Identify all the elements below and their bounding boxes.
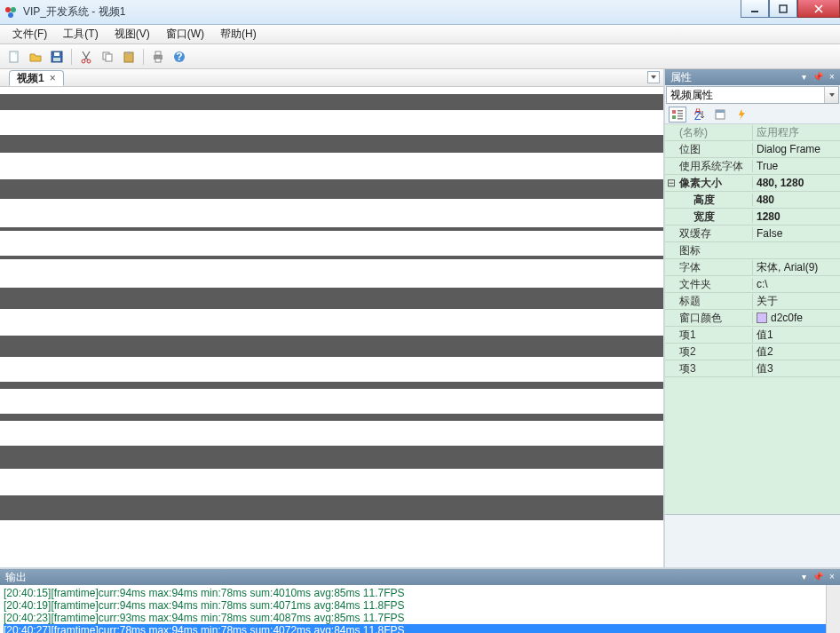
svg-rect-12: [106, 54, 112, 61]
svg-rect-3: [751, 11, 758, 12]
open-button[interactable]: [27, 48, 44, 66]
tab-label: 视频1: [17, 71, 44, 86]
app-icon: [4, 5, 18, 20]
prop-row-name: (名称)应用程序: [665, 124, 840, 141]
window-title: VIP_开发系统 - 视频1: [23, 4, 125, 20]
combo-value: 视频属性: [670, 88, 713, 103]
menu-help[interactable]: 帮助(H): [213, 25, 264, 44]
separator: [143, 49, 144, 65]
svg-point-1: [11, 7, 16, 12]
property-grid[interactable]: (名称)应用程序 位图Dialog Frame 使用系统字体True ⊟像素大小…: [665, 124, 840, 377]
output-line: [20:40:23][framtime]curr:93ms max:94ms m…: [4, 612, 836, 624]
close-button[interactable]: [797, 0, 840, 18]
title-bar: VIP_开发系统 - 视频1: [0, 0, 840, 25]
prop-row-font: 字体宋体, Arial(9): [665, 259, 840, 276]
prop-row-sysfont: 使用系统字体True: [665, 158, 840, 175]
output-title: 输出: [5, 570, 27, 585]
tab-list-dropdown[interactable]: [647, 71, 660, 83]
svg-point-2: [8, 12, 13, 18]
output-title-bar[interactable]: 输出 ▾ 📌 ×: [0, 569, 840, 585]
menu-window[interactable]: 窗口(W): [159, 25, 211, 44]
prop-row-item2: 项2值2: [665, 344, 840, 360]
document-pane: 视频1 ×: [0, 69, 665, 567]
separator: [71, 49, 72, 65]
pane-close-icon[interactable]: ×: [826, 70, 838, 83]
maximize-button[interactable]: [769, 0, 797, 18]
minimize-button[interactable]: [741, 0, 769, 18]
toolbar: ?: [0, 44, 840, 69]
svg-rect-21: [672, 115, 676, 119]
svg-text:Z: Z: [694, 110, 701, 121]
property-pages-button[interactable]: [711, 107, 729, 123]
copy-button[interactable]: [99, 48, 116, 66]
prop-row-height: 高度480: [665, 192, 840, 209]
new-button[interactable]: [5, 48, 23, 66]
svg-rect-4: [780, 5, 787, 12]
svg-rect-23: [678, 113, 683, 115]
output-line-selected: [20:40:27][framtime]curr:78ms max:94ms m…: [4, 624, 836, 633]
tab-close-icon[interactable]: ×: [50, 72, 56, 84]
property-grid-blank: [665, 377, 840, 514]
prop-row-width: 宽度1280: [665, 209, 840, 226]
prop-row-icon: 图标: [665, 242, 840, 259]
svg-rect-16: [155, 51, 161, 55]
print-button[interactable]: [149, 48, 167, 66]
output-body[interactable]: [20:40:15][framtime]curr:94ms max:94ms m…: [0, 585, 840, 633]
svg-rect-17: [155, 59, 161, 62]
properties-pane: 属性 ▾ 📌 × 视频属性 AZ (名称)应用程序 位图Dialog Frame…: [665, 69, 840, 567]
chevron-down-icon: [824, 87, 838, 103]
alphabetical-button[interactable]: AZ: [690, 107, 708, 123]
prop-row-bitmap: 位图Dialog Frame: [665, 141, 840, 158]
svg-rect-8: [53, 58, 60, 61]
pane-pin-icon[interactable]: 📌: [812, 70, 824, 83]
save-button[interactable]: [48, 48, 66, 66]
document-body[interactable]: [0, 87, 663, 567]
property-description: [665, 514, 840, 567]
svg-rect-29: [716, 110, 725, 113]
svg-rect-22: [678, 110, 683, 112]
output-line: [20:40:15][framtime]curr:94ms max:94ms m…: [4, 587, 836, 599]
svg-rect-24: [678, 115, 683, 117]
properties-toolbar: AZ: [665, 105, 840, 124]
events-button[interactable]: [733, 107, 750, 123]
properties-title-bar[interactable]: 属性 ▾ 📌 ×: [665, 69, 840, 85]
prop-row-wincolor: 窗口颜色d2c0fe: [665, 310, 840, 327]
svg-rect-20: [672, 110, 676, 114]
output-line: [20:40:19][framtime]curr:94ms max:94ms m…: [4, 599, 836, 612]
menu-file[interactable]: 文件(F): [5, 25, 54, 44]
pane-pin-icon[interactable]: 📌: [812, 570, 824, 582]
properties-object-selector[interactable]: 视频属性: [666, 86, 839, 104]
prop-row-folder: 文件夹c:\: [665, 276, 840, 293]
vertical-scrollbar[interactable]: [826, 585, 840, 633]
prop-row-item1: 项1值1: [665, 327, 840, 344]
middle-area: 视频1 × 属性 ▾: [0, 69, 840, 567]
categorized-button[interactable]: [669, 107, 686, 123]
menu-bar: 文件(F) 工具(T) 视图(V) 窗口(W) 帮助(H): [0, 25, 840, 44]
prop-row-caption: 标题关于: [665, 293, 840, 310]
prop-row-item3: 项3值3: [665, 360, 840, 377]
properties-title: 属性: [670, 70, 692, 85]
prop-row-dblbuf: 双缓存False: [665, 226, 840, 242]
color-swatch: [757, 313, 767, 323]
svg-point-9: [82, 59, 85, 63]
svg-rect-25: [678, 118, 683, 120]
svg-point-0: [5, 7, 11, 12]
prop-row-pixsize: ⊟像素大小480, 1280: [665, 175, 840, 192]
menu-tools[interactable]: 工具(T): [56, 25, 105, 44]
output-pane: 输出 ▾ 📌 × [20:40:15][framtime]curr:94ms m…: [0, 567, 840, 633]
menu-view[interactable]: 视图(V): [107, 25, 157, 44]
cut-button[interactable]: [77, 48, 95, 66]
document-tabs: 视频1 ×: [0, 69, 663, 87]
pane-dropdown-icon[interactable]: ▾: [797, 70, 810, 83]
pane-close-icon[interactable]: ×: [826, 570, 838, 582]
window-buttons: [741, 0, 840, 18]
help-button[interactable]: ?: [170, 48, 188, 66]
expand-icon[interactable]: ⊟: [665, 177, 678, 189]
svg-rect-14: [127, 51, 131, 54]
paste-button[interactable]: [120, 48, 138, 66]
svg-text:?: ?: [176, 51, 182, 63]
svg-rect-7: [54, 52, 59, 56]
tab-video1[interactable]: 视频1 ×: [9, 70, 64, 86]
pane-dropdown-icon[interactable]: ▾: [797, 570, 810, 582]
video-preview: [0, 87, 663, 567]
